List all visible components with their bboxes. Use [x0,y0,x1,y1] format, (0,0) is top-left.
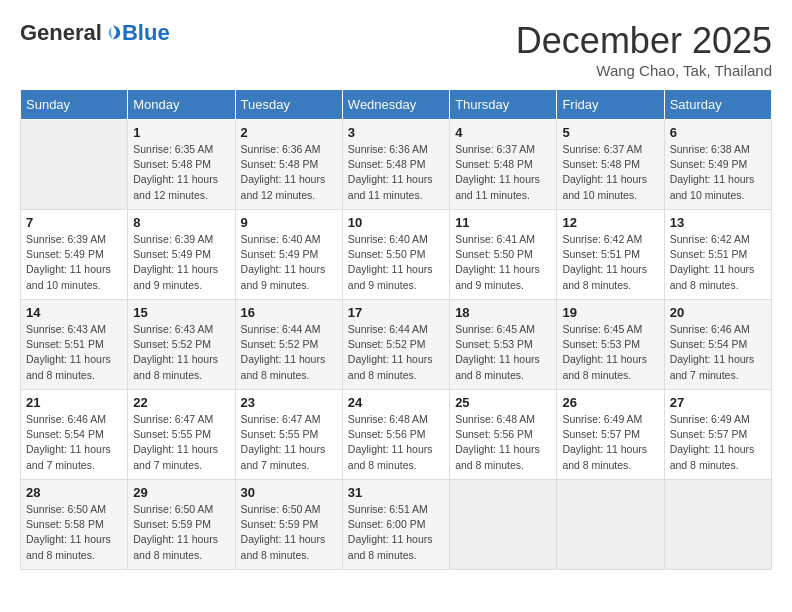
day-info: Sunrise: 6:42 AMSunset: 5:51 PMDaylight:… [670,232,766,293]
calendar-cell: 26Sunrise: 6:49 AMSunset: 5:57 PMDayligh… [557,390,664,480]
calendar-cell: 3Sunrise: 6:36 AMSunset: 5:48 PMDaylight… [342,120,449,210]
day-info: Sunrise: 6:39 AMSunset: 5:49 PMDaylight:… [133,232,229,293]
weekday-header-tuesday: Tuesday [235,90,342,120]
calendar-cell: 8Sunrise: 6:39 AMSunset: 5:49 PMDaylight… [128,210,235,300]
weekday-header-wednesday: Wednesday [342,90,449,120]
day-number: 3 [348,125,444,140]
day-info: Sunrise: 6:42 AMSunset: 5:51 PMDaylight:… [562,232,658,293]
weekday-header-monday: Monday [128,90,235,120]
day-info: Sunrise: 6:41 AMSunset: 5:50 PMDaylight:… [455,232,551,293]
day-number: 26 [562,395,658,410]
calendar-cell: 2Sunrise: 6:36 AMSunset: 5:48 PMDaylight… [235,120,342,210]
title-block: December 2025 Wang Chao, Tak, Thailand [516,20,772,79]
calendar-cell: 12Sunrise: 6:42 AMSunset: 5:51 PMDayligh… [557,210,664,300]
calendar-cell: 17Sunrise: 6:44 AMSunset: 5:52 PMDayligh… [342,300,449,390]
calendar-week-row: 1Sunrise: 6:35 AMSunset: 5:48 PMDaylight… [21,120,772,210]
logo-general-text: General [20,20,102,46]
day-info: Sunrise: 6:50 AMSunset: 5:59 PMDaylight:… [133,502,229,563]
day-number: 31 [348,485,444,500]
logo-bird-icon [104,24,122,42]
day-info: Sunrise: 6:47 AMSunset: 5:55 PMDaylight:… [133,412,229,473]
day-info: Sunrise: 6:40 AMSunset: 5:50 PMDaylight:… [348,232,444,293]
calendar-cell [664,480,771,570]
day-number: 10 [348,215,444,230]
calendar-cell [450,480,557,570]
day-info: Sunrise: 6:49 AMSunset: 5:57 PMDaylight:… [670,412,766,473]
calendar-cell: 30Sunrise: 6:50 AMSunset: 5:59 PMDayligh… [235,480,342,570]
calendar-cell [557,480,664,570]
weekday-header-sunday: Sunday [21,90,128,120]
calendar-cell: 18Sunrise: 6:45 AMSunset: 5:53 PMDayligh… [450,300,557,390]
calendar-cell: 24Sunrise: 6:48 AMSunset: 5:56 PMDayligh… [342,390,449,480]
day-info: Sunrise: 6:43 AMSunset: 5:51 PMDaylight:… [26,322,122,383]
day-number: 15 [133,305,229,320]
day-info: Sunrise: 6:35 AMSunset: 5:48 PMDaylight:… [133,142,229,203]
calendar-cell: 1Sunrise: 6:35 AMSunset: 5:48 PMDaylight… [128,120,235,210]
calendar-cell: 15Sunrise: 6:43 AMSunset: 5:52 PMDayligh… [128,300,235,390]
calendar-cell: 19Sunrise: 6:45 AMSunset: 5:53 PMDayligh… [557,300,664,390]
calendar-cell: 10Sunrise: 6:40 AMSunset: 5:50 PMDayligh… [342,210,449,300]
day-info: Sunrise: 6:36 AMSunset: 5:48 PMDaylight:… [348,142,444,203]
day-number: 13 [670,215,766,230]
page-header: General Blue December 2025 Wang Chao, Ta… [20,20,772,79]
calendar-cell: 9Sunrise: 6:40 AMSunset: 5:49 PMDaylight… [235,210,342,300]
weekday-header-row: SundayMondayTuesdayWednesdayThursdayFrid… [21,90,772,120]
calendar-cell: 6Sunrise: 6:38 AMSunset: 5:49 PMDaylight… [664,120,771,210]
calendar-cell: 16Sunrise: 6:44 AMSunset: 5:52 PMDayligh… [235,300,342,390]
day-info: Sunrise: 6:48 AMSunset: 5:56 PMDaylight:… [455,412,551,473]
day-number: 23 [241,395,337,410]
calendar-cell: 11Sunrise: 6:41 AMSunset: 5:50 PMDayligh… [450,210,557,300]
day-info: Sunrise: 6:44 AMSunset: 5:52 PMDaylight:… [348,322,444,383]
day-info: Sunrise: 6:48 AMSunset: 5:56 PMDaylight:… [348,412,444,473]
day-info: Sunrise: 6:39 AMSunset: 5:49 PMDaylight:… [26,232,122,293]
day-info: Sunrise: 6:45 AMSunset: 5:53 PMDaylight:… [455,322,551,383]
day-info: Sunrise: 6:50 AMSunset: 5:58 PMDaylight:… [26,502,122,563]
day-number: 9 [241,215,337,230]
calendar-cell: 22Sunrise: 6:47 AMSunset: 5:55 PMDayligh… [128,390,235,480]
day-number: 27 [670,395,766,410]
day-number: 28 [26,485,122,500]
location-text: Wang Chao, Tak, Thailand [516,62,772,79]
day-number: 18 [455,305,551,320]
day-number: 11 [455,215,551,230]
calendar-week-row: 14Sunrise: 6:43 AMSunset: 5:51 PMDayligh… [21,300,772,390]
day-number: 5 [562,125,658,140]
day-number: 25 [455,395,551,410]
day-info: Sunrise: 6:46 AMSunset: 5:54 PMDaylight:… [26,412,122,473]
calendar-week-row: 7Sunrise: 6:39 AMSunset: 5:49 PMDaylight… [21,210,772,300]
day-info: Sunrise: 6:43 AMSunset: 5:52 PMDaylight:… [133,322,229,383]
day-number: 7 [26,215,122,230]
day-number: 17 [348,305,444,320]
calendar-cell: 13Sunrise: 6:42 AMSunset: 5:51 PMDayligh… [664,210,771,300]
calendar-cell: 7Sunrise: 6:39 AMSunset: 5:49 PMDaylight… [21,210,128,300]
calendar-cell: 29Sunrise: 6:50 AMSunset: 5:59 PMDayligh… [128,480,235,570]
day-info: Sunrise: 6:38 AMSunset: 5:49 PMDaylight:… [670,142,766,203]
day-info: Sunrise: 6:47 AMSunset: 5:55 PMDaylight:… [241,412,337,473]
day-number: 16 [241,305,337,320]
day-number: 4 [455,125,551,140]
calendar-cell: 20Sunrise: 6:46 AMSunset: 5:54 PMDayligh… [664,300,771,390]
day-number: 14 [26,305,122,320]
day-info: Sunrise: 6:40 AMSunset: 5:49 PMDaylight:… [241,232,337,293]
day-number: 21 [26,395,122,410]
calendar-cell: 28Sunrise: 6:50 AMSunset: 5:58 PMDayligh… [21,480,128,570]
day-info: Sunrise: 6:37 AMSunset: 5:48 PMDaylight:… [455,142,551,203]
logo: General Blue [20,20,170,46]
day-number: 30 [241,485,337,500]
day-info: Sunrise: 6:44 AMSunset: 5:52 PMDaylight:… [241,322,337,383]
month-title: December 2025 [516,20,772,62]
day-info: Sunrise: 6:37 AMSunset: 5:48 PMDaylight:… [562,142,658,203]
calendar-cell: 27Sunrise: 6:49 AMSunset: 5:57 PMDayligh… [664,390,771,480]
calendar-table: SundayMondayTuesdayWednesdayThursdayFrid… [20,89,772,570]
day-number: 12 [562,215,658,230]
calendar-cell: 5Sunrise: 6:37 AMSunset: 5:48 PMDaylight… [557,120,664,210]
day-info: Sunrise: 6:50 AMSunset: 5:59 PMDaylight:… [241,502,337,563]
day-number: 24 [348,395,444,410]
day-number: 1 [133,125,229,140]
calendar-cell [21,120,128,210]
day-info: Sunrise: 6:46 AMSunset: 5:54 PMDaylight:… [670,322,766,383]
calendar-cell: 25Sunrise: 6:48 AMSunset: 5:56 PMDayligh… [450,390,557,480]
calendar-cell: 31Sunrise: 6:51 AMSunset: 6:00 PMDayligh… [342,480,449,570]
calendar-cell: 4Sunrise: 6:37 AMSunset: 5:48 PMDaylight… [450,120,557,210]
day-info: Sunrise: 6:36 AMSunset: 5:48 PMDaylight:… [241,142,337,203]
